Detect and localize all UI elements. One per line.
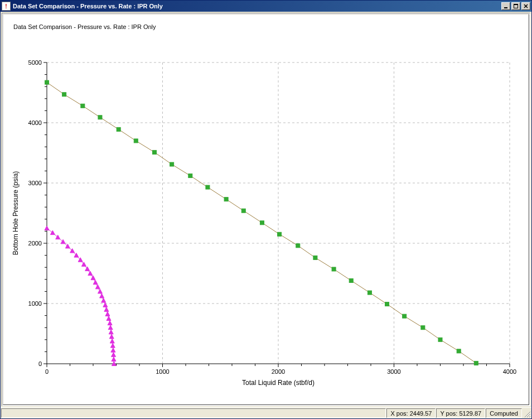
svg-marker-127 (110, 344, 115, 348)
svg-rect-79 (98, 115, 102, 119)
app-icon: ! (2, 2, 11, 11)
svg-marker-124 (109, 330, 113, 334)
svg-rect-95 (385, 302, 389, 306)
svg-rect-84 (188, 174, 192, 178)
status-spacer (1, 408, 386, 418)
svg-rect-81 (134, 139, 138, 143)
svg-rect-77 (62, 93, 66, 97)
svg-rect-96 (403, 314, 407, 318)
close-button[interactable] (521, 2, 530, 10)
minimize-button[interactable] (501, 2, 510, 10)
svg-marker-129 (112, 353, 116, 357)
svg-text:3000: 3000 (387, 368, 400, 375)
status-mode: Computed (486, 408, 522, 418)
maximize-button[interactable] (511, 2, 520, 10)
svg-marker-130 (112, 357, 116, 362)
svg-text:0: 0 (38, 360, 42, 367)
status-xpos-label: X pos: (390, 410, 408, 417)
titlebar[interactable]: ! Data Set Comparison - Pressure vs. Rat… (1, 1, 531, 12)
statusbar: X pos: 2449.57 Y pos: 5129.87 Computed (1, 407, 531, 418)
svg-rect-2 (514, 4, 518, 5)
svg-marker-122 (108, 321, 112, 325)
chart-area[interactable]: Data Set Comparison - Pressure vs. Rate … (2, 13, 530, 406)
status-xpos: X pos: 2449.57 (386, 408, 436, 418)
svg-rect-76 (45, 80, 49, 84)
svg-rect-94 (367, 291, 371, 295)
svg-rect-98 (438, 338, 442, 341)
svg-text:0: 0 (45, 368, 49, 375)
svg-marker-113 (93, 280, 98, 285)
svg-text:2000: 2000 (28, 240, 42, 247)
svg-marker-117 (101, 298, 106, 303)
svg-text:1000: 1000 (156, 368, 169, 375)
svg-marker-125 (109, 334, 114, 339)
svg-marker-114 (95, 285, 100, 289)
status-ypos: Y pos: 5129.87 (436, 408, 485, 418)
svg-text:Total Liquid Rate (stbf/d): Total Liquid Rate (stbf/d) (242, 379, 315, 387)
svg-marker-101 (45, 226, 49, 230)
close-icon (524, 4, 528, 8)
svg-rect-100 (474, 361, 478, 365)
svg-rect-89 (278, 232, 282, 236)
svg-text:3000: 3000 (28, 180, 42, 186)
window-title: Data Set Comparison - Pressure vs. Rate … (13, 3, 501, 9)
svg-rect-99 (457, 349, 461, 353)
status-ypos-value: 5129.87 (459, 410, 481, 417)
svg-text:4000: 4000 (503, 368, 516, 375)
svg-marker-123 (108, 325, 113, 330)
svg-rect-83 (170, 162, 174, 166)
app-window: ! Data Set Comparison - Pressure vs. Rat… (0, 0, 532, 419)
svg-rect-97 (421, 326, 425, 330)
svg-marker-126 (110, 339, 114, 344)
svg-rect-88 (260, 221, 264, 225)
window-buttons (501, 2, 530, 10)
svg-text:5000: 5000 (28, 59, 42, 66)
status-xpos-value: 2449.57 (410, 410, 432, 417)
svg-marker-120 (105, 312, 110, 316)
status-ypos-label: Y pos: (440, 410, 457, 417)
svg-marker-128 (111, 348, 115, 353)
svg-rect-0 (504, 7, 507, 8)
resize-grip-icon (524, 411, 530, 417)
svg-marker-115 (98, 289, 102, 293)
svg-marker-121 (107, 316, 111, 321)
svg-rect-92 (332, 267, 336, 271)
svg-rect-87 (241, 209, 245, 213)
svg-text:Bottom Hole Pressure (psia): Bottom Hole Pressure (psia) (12, 171, 20, 256)
svg-marker-111 (88, 271, 93, 276)
svg-marker-116 (100, 294, 104, 298)
svg-rect-86 (224, 198, 228, 201)
resize-grip[interactable] (523, 408, 531, 418)
svg-rect-80 (117, 127, 120, 131)
maximize-icon (514, 4, 518, 8)
minimize-icon (504, 4, 508, 8)
svg-marker-119 (104, 307, 109, 312)
chart-plot: 01000200030004000500001000200030004000Bo… (2, 13, 530, 406)
svg-rect-93 (349, 278, 353, 282)
svg-line-137 (530, 417, 530, 417)
svg-rect-82 (152, 150, 156, 154)
svg-text:4000: 4000 (28, 119, 42, 126)
svg-marker-102 (50, 230, 55, 235)
svg-rect-85 (206, 185, 210, 189)
svg-text:2000: 2000 (272, 368, 285, 375)
svg-marker-112 (91, 276, 95, 280)
svg-rect-78 (81, 104, 85, 108)
svg-rect-90 (296, 244, 300, 248)
svg-rect-91 (313, 256, 317, 259)
svg-text:1000: 1000 (28, 300, 42, 307)
